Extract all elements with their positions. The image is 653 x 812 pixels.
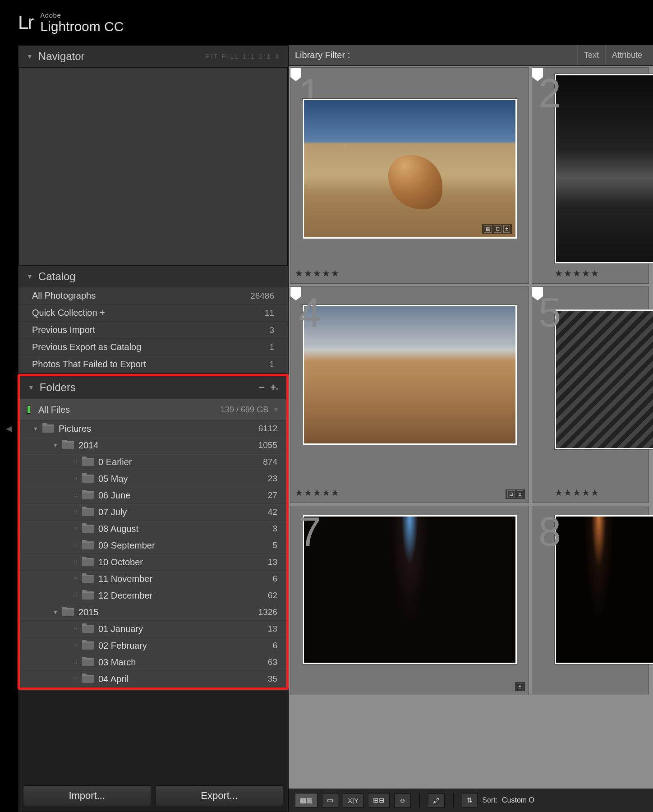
collapsed-leaf-icon[interactable]: ⠿ [69, 543, 82, 548]
volume-bar[interactable]: All Files 139 / 699 GB ▼ [20, 399, 286, 420]
painter-icon[interactable]: 🖍 [428, 794, 445, 807]
thumbnail[interactable] [555, 309, 653, 449]
zoom-stepper-icon[interactable]: ⇳ [274, 53, 280, 60]
catalog-item[interactable]: All Photographs 26486 [18, 287, 288, 304]
folder-count: 1326 [258, 607, 286, 617]
catalog-item[interactable]: Photos That Failed to Export 1 [18, 356, 288, 373]
thumbnail-grid[interactable]: 1 ▦⊡± ★★★★★ 2 ★★★★★ [289, 66, 653, 789]
folder-row[interactable]: ⠿10 October13 [20, 554, 286, 571]
grid-cell[interactable]: 1 ▦⊡± ★★★★★ [290, 67, 529, 284]
grid-view-icon[interactable]: ▦▦ [295, 793, 317, 807]
catalog-item-label: Quick Collection + [32, 308, 105, 318]
collapsed-leaf-icon[interactable]: ⠿ [69, 460, 82, 465]
folders-title: Folders [40, 381, 76, 394]
collapsed-leaf-icon[interactable]: ⠿ [69, 476, 82, 481]
thumbnail[interactable] [555, 74, 653, 263]
folder-row[interactable]: ⠿07 July42 [20, 504, 286, 521]
folder-count: 62 [268, 591, 286, 600]
folder-icon [82, 458, 94, 466]
collapsed-leaf-icon[interactable]: ⠿ [69, 526, 82, 531]
collapsed-leaf-icon[interactable]: ⠿ [69, 660, 82, 665]
star-rating[interactable]: ★★★★★ [295, 487, 524, 498]
folder-row[interactable]: ▼20151326 [20, 604, 286, 621]
filter-attribute-tab[interactable]: Attribute [605, 45, 648, 65]
thumbnail[interactable]: ± [303, 515, 517, 664]
folder-row[interactable]: ⠿09 September5 [20, 537, 286, 554]
folder-icon [82, 508, 94, 516]
folder-row[interactable]: ⠿04 April35 [20, 671, 286, 687]
zoom-levels[interactable]: FIT FILL 1:1 2:1 [205, 53, 271, 60]
survey-view-icon[interactable]: ⊞⊟ [368, 793, 390, 807]
catalog-item[interactable]: Previous Export as Catalog 1 [18, 339, 288, 356]
navigator-panel-header[interactable]: ▼ Navigator FIT FILL 1:1 2:1 ⇳ [18, 46, 288, 67]
chevron-down-icon[interactable]: ▼ [49, 443, 62, 448]
chevron-down-icon[interactable]: ▼ [29, 426, 42, 431]
folder-row[interactable]: ⠿08 August3 [20, 521, 286, 537]
folder-icon [82, 575, 94, 583]
thumbnail[interactable]: ▦⊡± [303, 99, 517, 239]
folder-row[interactable]: ⠿11 November6 [20, 571, 286, 587]
cell-index: 2 [538, 70, 561, 117]
catalog-item-count: 3 [269, 325, 274, 335]
star-rating[interactable]: ★★★★★ [295, 268, 524, 279]
plus-icon[interactable]: +▾ [270, 382, 278, 393]
star-rating[interactable]: ★★★★★ [537, 268, 644, 279]
collapsed-leaf-icon[interactable]: ⠿ [69, 493, 82, 498]
thumbnail[interactable] [555, 515, 653, 664]
catalog-item-label: All Photographs [32, 291, 96, 301]
people-view-icon[interactable]: ☺ [394, 794, 411, 807]
export-button[interactable]: Export... [156, 785, 284, 806]
collapsed-leaf-icon[interactable]: ⠿ [69, 677, 82, 682]
folder-count: 35 [268, 674, 286, 684]
thumbnail[interactable]: ⊡± [303, 305, 517, 445]
grid-cell[interactable]: 4 ⊡± ★★★★★ [290, 286, 529, 503]
grid-cell[interactable]: 5 ★★★★★ [532, 286, 649, 503]
folder-icon [42, 424, 54, 433]
folder-row[interactable]: ⠿06 June27 [20, 487, 286, 504]
catalog-panel-header[interactable]: ▼ Catalog [18, 266, 288, 287]
app-header: Lr Adobe Lightroom CC [0, 0, 653, 45]
grid-cell[interactable]: 2 ★★★★★ [532, 67, 649, 284]
collapsed-leaf-icon[interactable]: ⠿ [69, 627, 82, 632]
filter-text-tab[interactable]: Text [577, 45, 605, 65]
import-button[interactable]: Import... [23, 785, 151, 806]
folder-icon [82, 558, 94, 566]
collapsed-leaf-icon[interactable]: ⠿ [69, 560, 82, 565]
folder-row[interactable]: ▼Pictures6112 [20, 420, 286, 437]
folder-icon [62, 441, 74, 449]
left-collapse-gutter[interactable]: ◀ [0, 45, 18, 812]
folder-row[interactable]: ⠿05 May23 [20, 471, 286, 487]
folder-count: 6 [272, 574, 286, 584]
folder-row[interactable]: ⠿03 March63 [20, 654, 286, 671]
grid-cell[interactable]: 7 ± [290, 506, 529, 695]
minus-icon[interactable]: − [259, 382, 265, 393]
loupe-view-icon[interactable]: ▭ [322, 793, 338, 807]
chevron-down-icon[interactable]: ▼ [273, 406, 279, 413]
chevron-down-icon[interactable]: ▼ [49, 609, 62, 615]
catalog-item-label: Previous Export as Catalog [32, 342, 141, 352]
navigator-preview[interactable] [18, 67, 288, 266]
folders-panel-header[interactable]: ▼ Folders − +▾ [20, 376, 286, 399]
folder-row[interactable]: ▼20141055 [20, 437, 286, 454]
grid-cell[interactable]: 8 [532, 506, 649, 695]
compare-view-icon[interactable]: X|Y [343, 794, 363, 807]
folder-row[interactable]: ⠿02 February6 [20, 637, 286, 654]
cell-index: 7 [299, 509, 321, 555]
folder-row[interactable]: ⠿01 January13 [20, 621, 286, 637]
collapsed-leaf-icon[interactable]: ⠿ [69, 643, 82, 648]
catalog-item[interactable]: Previous Import 3 [18, 322, 288, 339]
folder-row[interactable]: ⠿12 December62 [20, 587, 286, 604]
collapsed-leaf-icon[interactable]: ⠿ [69, 577, 82, 581]
folder-label: 01 January [98, 624, 268, 634]
sort-value[interactable]: Custom O [502, 796, 534, 804]
sort-direction-icon[interactable]: ⇅ [462, 793, 478, 807]
thumb-badges: ± [515, 682, 525, 691]
collapsed-leaf-icon[interactable]: ⠿ [69, 593, 82, 598]
star-rating[interactable]: ★★★★★ [537, 487, 644, 498]
collapsed-leaf-icon[interactable]: ⠿ [69, 510, 82, 515]
folders-panel-highlight: ▼ Folders − +▾ All Files 139 / 699 GB ▼ … [18, 374, 289, 690]
folder-count: 63 [268, 657, 286, 667]
folder-row[interactable]: ⠿0 Earlier874 [20, 454, 286, 471]
catalog-item[interactable]: Quick Collection + 11 [18, 304, 288, 322]
folder-count: 6112 [258, 424, 286, 434]
